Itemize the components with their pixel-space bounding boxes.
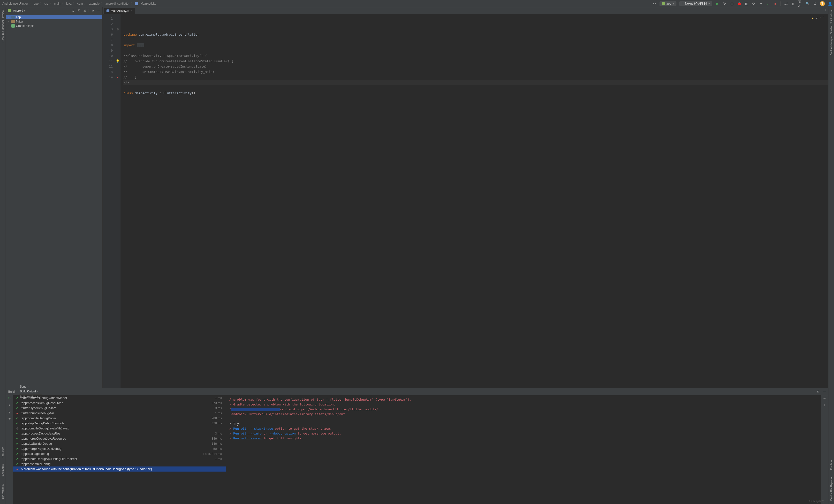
locale-icon[interactable]: 文A	[798, 1, 803, 6]
build-task-row[interactable]: ✔:app:mergeDebugJavaResource346 ms	[13, 436, 226, 441]
build-task-row[interactable]: ✔:app:packageDebug1 sec, 814 ms	[13, 451, 226, 456]
project-view-selector[interactable]: Android ▾	[13, 9, 69, 12]
code-line[interactable]: // }	[124, 74, 828, 80]
build-task-row[interactable]: ✔:app:mergeProjectDexDebug50 ms	[13, 446, 226, 451]
code-line[interactable]	[124, 48, 828, 53]
tool-window-stripe-structure[interactable]: Structure	[1, 446, 4, 459]
breadcrumb-item[interactable]: src	[44, 2, 49, 5]
profile-icon[interactable]: ◧	[744, 1, 749, 6]
build-task-row[interactable]: ✔:flutter:syncDebugLibJars3 ms	[13, 406, 226, 411]
build-task-row[interactable]: ✔:app:stripDebugDebugSymbols376 ms	[13, 421, 226, 426]
code-line[interactable]: //}	[124, 80, 828, 85]
close-icon[interactable]: ×	[27, 385, 29, 388]
build-task-tree[interactable]: ✔:flutter:createDebugVariantModel1 ms✔:a…	[13, 395, 226, 504]
code-line[interactable]	[124, 85, 828, 90]
scroll-end-icon[interactable]: ⤓	[822, 403, 827, 408]
expand-icon[interactable]: ⇱	[77, 9, 81, 13]
code-line[interactable]: package com.example.androidinsertflutter	[124, 32, 828, 37]
breadcrumb-item[interactable]: example	[88, 2, 100, 5]
rerun-icon[interactable]: ↻	[722, 1, 727, 6]
tool-window-stripe-build-variants[interactable]: Build Variants	[1, 483, 4, 502]
search-icon[interactable]: 🔍	[806, 1, 810, 6]
code-area[interactable]: ▲ 2 ˄ ˅ package com.example.androidinser…	[120, 14, 828, 388]
tool-window-stripe-device-file-explorer[interactable]: Device File Explorer	[830, 476, 833, 502]
build-task-row[interactable]: ✔:app:assembleDebug	[13, 461, 226, 466]
hide-icon[interactable]: —	[96, 9, 101, 13]
info-link[interactable]: Run with --info	[233, 432, 262, 435]
select-opened-icon[interactable]: ⊙	[71, 9, 75, 13]
project-tree[interactable]: ›app›flutter›Gradle Scripts	[6, 14, 102, 29]
more-icon[interactable]: ▾	[759, 1, 763, 6]
code-line[interactable]: // setContentView(R.layout.activity_main…	[124, 69, 828, 74]
code-line[interactable]: // override fun onCreate(savedInstanceSt…	[124, 59, 828, 64]
build-hide-icon[interactable]: —	[823, 390, 826, 393]
build-settings-icon[interactable]: ⚙	[817, 390, 819, 393]
breadcrumb-item[interactable]: com	[77, 2, 83, 5]
breadcrumb-item[interactable]: main	[53, 2, 61, 5]
scan-link[interactable]: Run with --scan	[233, 436, 262, 440]
tool-window-stripe-resource-manager[interactable]: Resource Manager	[1, 19, 4, 44]
editor-tab[interactable]: MainActivity.kt ×	[104, 8, 135, 14]
build-task-row[interactable]: ✔:app:dexBuilderDebug146 ms	[13, 441, 226, 446]
tool-window-stripe-gradle[interactable]: Gradle	[830, 25, 833, 35]
close-icon[interactable]: ×	[37, 390, 39, 393]
breadcrumb-item[interactable]: MainActivity	[140, 2, 157, 5]
code-line[interactable]	[124, 37, 828, 43]
run-config-selector[interactable]: app▾	[659, 1, 677, 6]
tab-more-icon[interactable]: ⋮	[822, 7, 828, 14]
build-task-row[interactable]: ●A problem was found with the configurat…	[13, 466, 226, 472]
tree-node[interactable]: ›app	[6, 15, 102, 19]
device-selector[interactable]: ▯Nexus 6P API 34▾	[679, 1, 712, 6]
next-highlight-icon[interactable]: ˅	[823, 16, 825, 21]
tool-window-stripe-notifications[interactable]: Notifications	[830, 9, 833, 25]
tool-window-stripe-bookmarks[interactable]: Bookmarks	[1, 463, 4, 479]
code-line[interactable]: import ...	[124, 43, 828, 48]
breadcrumb-item[interactable]: java	[66, 2, 72, 5]
stacktrace-link[interactable]: Run with --stacktrace	[233, 427, 273, 431]
build-task-row[interactable]: ⊘:app:compileDebugJavaWithJavac	[13, 426, 226, 431]
breadcrumb-item[interactable]: app	[33, 2, 39, 5]
breadcrumb-item[interactable]: AndroidInsertFlutter	[2, 2, 28, 5]
device-icon[interactable]: ▯	[791, 1, 795, 6]
build-console[interactable]: A problem was found with the configurati…	[226, 395, 821, 504]
git-icon[interactable]: ⎇	[784, 1, 788, 6]
attach-icon[interactable]: ⟳	[751, 1, 756, 6]
stop-icon[interactable]: ■	[773, 1, 777, 6]
user-icon[interactable]: 👤	[828, 1, 832, 6]
build-task-row[interactable]: ●:flutter:bundleDebugAar1 ms	[13, 411, 226, 416]
build-restart-icon[interactable]: ↻	[7, 397, 12, 401]
build-task-row[interactable]: ✔:app:createDebugApkListingFileRedirect1…	[13, 456, 226, 461]
build-tab-build-output[interactable]: Build Output ×	[19, 389, 42, 394]
soft-wrap-icon[interactable]: ↩	[822, 397, 827, 401]
gear-icon[interactable]: ⚙	[91, 9, 95, 13]
coverage-icon[interactable]: ▤	[730, 1, 734, 6]
debug-link[interactable]: --debug option	[269, 432, 296, 435]
breadcrumb-item[interactable]: androidinsertflutter	[105, 2, 130, 5]
inspection-widget[interactable]: ▲ 2 ˄ ˅	[812, 16, 825, 21]
tree-node[interactable]: ›flutter	[6, 19, 102, 24]
build-task-row[interactable]: ✔:app:processDebugResources373 ms	[13, 400, 226, 406]
tool-window-stripe-emulator[interactable]: Emulator	[830, 459, 833, 471]
close-icon[interactable]: ×	[131, 9, 132, 13]
build-view-icon[interactable]: 👁	[7, 417, 12, 421]
build-task-row[interactable]: ✔:app:compileDebugKotlin288 ms	[13, 416, 226, 421]
sync-icon[interactable]: ⇄	[766, 1, 770, 6]
collapse-icon[interactable]: ⇲	[83, 9, 87, 13]
build-filter-icon[interactable]: ⚲	[7, 410, 12, 414]
tree-node[interactable]: ›Gradle Scripts	[6, 24, 102, 28]
build-task-row[interactable]: ✔:flutter:createDebugVariantModel1 ms	[13, 395, 226, 400]
back-icon[interactable]: ↩	[652, 1, 657, 6]
settings-icon[interactable]: ⚙	[813, 1, 817, 6]
code-line[interactable]: //class MainActivity : AppCompatActivity…	[124, 53, 828, 59]
tool-window-stripe-device-manager[interactable]: Device Manager	[830, 35, 833, 57]
code-line[interactable]: class MainActivity : FlutterActivity()	[124, 90, 828, 96]
build-tab-sync[interactable]: Sync ×	[19, 384, 42, 389]
run-icon[interactable]: ▶	[715, 1, 720, 6]
tool-window-stripe-project[interactable]: Project	[1, 9, 4, 19]
avatar[interactable]: T	[820, 1, 825, 6]
code-line[interactable]: // super.onCreate(savedInstanceState)	[124, 64, 828, 69]
build-task-row[interactable]: ✔:app:processDebugJavaRes3 ms	[13, 431, 226, 436]
build-stop-icon[interactable]: ■	[7, 403, 12, 408]
debug-icon[interactable]: 🐞	[737, 1, 741, 6]
prev-highlight-icon[interactable]: ˄	[819, 16, 821, 21]
